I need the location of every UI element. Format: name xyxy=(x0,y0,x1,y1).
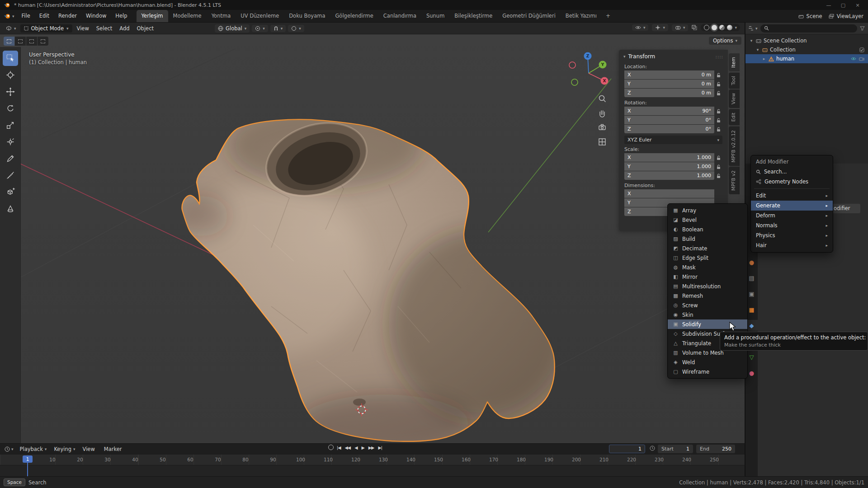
panel-grip-icon[interactable]: :::: xyxy=(716,54,723,59)
panel-collapse-icon[interactable]: ▾ xyxy=(623,54,626,59)
timeline-menu-item[interactable]: Marker xyxy=(100,446,127,452)
outliner-row-human[interactable]: ▸ human xyxy=(745,54,868,63)
scale-field[interactable]: X1.000 xyxy=(624,153,722,162)
transport-button[interactable]: ▶▶ xyxy=(368,445,374,450)
camera-view-control[interactable] xyxy=(599,125,605,130)
end-frame-field[interactable]: End250 xyxy=(696,445,735,453)
expand-icon[interactable]: ▸ xyxy=(762,56,766,61)
rendered-shading-button[interactable] xyxy=(727,25,732,30)
options-dropdown[interactable]: Options ▾ xyxy=(709,37,741,45)
viewport-menu-item[interactable]: View xyxy=(73,25,93,32)
lock-icon[interactable] xyxy=(714,91,722,96)
workspace-tab[interactable]: Gölgelendirme xyxy=(330,10,378,22)
lock-icon[interactable] xyxy=(714,118,722,123)
generate-menu-item[interactable]: ◈ Weld xyxy=(668,357,747,367)
chevron-down-icon[interactable]: ▾ xyxy=(735,25,737,30)
lock-icon[interactable] xyxy=(714,164,722,169)
workspace-tab[interactable]: Doku Boyama xyxy=(284,10,330,22)
n-panel-tab[interactable]: MPFB v2.0.12 xyxy=(729,127,740,166)
tool-annotate[interactable] xyxy=(3,151,18,166)
menu-item-search[interactable]: Search... xyxy=(751,167,833,177)
generate-menu-item[interactable]: ◧ Mirror xyxy=(668,272,747,282)
mesh-human[interactable] xyxy=(174,103,570,443)
menu-item-generate[interactable]: Generate ▸ xyxy=(751,201,833,211)
filter-icon[interactable] xyxy=(860,26,865,31)
transport-button[interactable]: ◀◀ xyxy=(345,445,351,450)
menu-item-deform[interactable]: Deform ▸ xyxy=(751,211,833,221)
visibility-dropdown[interactable]: ▾ xyxy=(632,24,649,31)
timeline-editor-type-button[interactable]: ▾ xyxy=(3,446,15,452)
rotation-field[interactable]: X90° xyxy=(624,107,722,116)
outliner-editor-type-button[interactable]: ▾ xyxy=(749,26,758,31)
viewport-menu-item[interactable]: Add xyxy=(116,25,133,32)
generate-menu-item[interactable]: ◉ Skin xyxy=(668,310,747,319)
viewport-menu-item[interactable]: Select xyxy=(93,25,116,32)
playhead-line[interactable] xyxy=(27,463,28,476)
lock-icon[interactable] xyxy=(714,109,722,114)
dimension-field[interactable]: X xyxy=(624,189,722,198)
viewlayer-selector[interactable]: ViewLayer xyxy=(837,13,863,19)
xray-toggle[interactable] xyxy=(692,25,697,30)
menu-item-geometry-nodes[interactable]: Geometry Nodes xyxy=(751,177,833,187)
navigation-gizmo[interactable]: Z Y X xyxy=(569,52,609,86)
expand-icon[interactable]: ▾ xyxy=(755,47,760,52)
generate-menu-item[interactable]: ◩ Decimate xyxy=(668,244,747,253)
outliner-search-input[interactable] xyxy=(760,24,857,33)
select-mode-subtract[interactable] xyxy=(26,37,37,46)
wireframe-shading-button[interactable] xyxy=(704,25,709,30)
workspace-tab[interactable]: Yontma xyxy=(207,10,236,22)
menubar-item[interactable]: Render xyxy=(54,10,81,22)
generate-menu-item[interactable]: ▦ Array xyxy=(668,206,747,215)
n-panel-tab[interactable]: MPFB v2 xyxy=(729,167,740,194)
mode-dropdown[interactable]: Object Mode ▾ xyxy=(20,24,72,33)
tool-move[interactable] xyxy=(3,84,18,99)
transport-button[interactable]: ▶ xyxy=(361,445,364,450)
scale-field[interactable]: Z1.000 xyxy=(624,171,722,180)
tool-extrude[interactable] xyxy=(3,201,18,216)
lock-icon[interactable] xyxy=(714,82,722,87)
camera-icon[interactable] xyxy=(859,56,864,61)
gizmo-neg-y[interactable] xyxy=(571,79,578,85)
tool-rotate[interactable] xyxy=(3,101,18,116)
outliner-row-collection[interactable]: ▾ Collection xyxy=(745,45,868,54)
scale-field[interactable]: Y1.000 xyxy=(624,162,722,171)
transform-orientation-dropdown[interactable]: Global ▾ xyxy=(215,24,250,33)
lock-icon[interactable] xyxy=(714,174,722,178)
n-panel-tab[interactable]: Tool xyxy=(729,72,740,89)
rotation-mode-dropdown[interactable]: XYZ Euler ▾ xyxy=(624,136,722,144)
checkbox-icon[interactable] xyxy=(859,47,864,52)
minimize-button[interactable]: — xyxy=(822,2,835,8)
generate-menu-item[interactable]: ◎ Screw xyxy=(668,300,747,310)
generate-menu-item[interactable]: ▩ Remesh xyxy=(668,291,747,300)
rotation-field[interactable]: Z0° xyxy=(624,125,722,134)
auto-keyframe-button[interactable] xyxy=(328,445,334,450)
select-mode-intersect[interactable] xyxy=(38,37,48,46)
menu-item-hair[interactable]: Hair ▸ xyxy=(751,240,833,250)
workspace-tab[interactable]: Canlandırma xyxy=(378,10,421,22)
pivot-point-dropdown[interactable]: ▾ xyxy=(252,25,268,32)
scene-selector[interactable]: Scene xyxy=(807,13,822,19)
location-field[interactable]: Z0 m xyxy=(624,89,722,98)
transport-button[interactable]: ◀ xyxy=(354,445,357,450)
n-panel-tab[interactable]: Item xyxy=(729,53,740,71)
tool-select-box[interactable] xyxy=(3,51,18,66)
menubar-item[interactable]: Help xyxy=(111,10,132,22)
workspace-tab[interactable]: Betik Yazımı xyxy=(561,10,602,22)
gizmo-neg-x[interactable] xyxy=(569,62,576,68)
tool-add-primitive[interactable] xyxy=(3,184,18,200)
editor-type-button[interactable]: ▾ xyxy=(3,25,19,31)
workspace-tab[interactable]: Yerleşim xyxy=(137,10,168,22)
workspace-tab[interactable]: Modelleme xyxy=(168,10,207,22)
lock-icon[interactable] xyxy=(714,127,722,132)
rotation-field[interactable]: Y0° xyxy=(624,116,722,125)
timeline-menu-item[interactable]: Keying▾ xyxy=(50,446,79,452)
timeline-menu-item[interactable]: Playback▾ xyxy=(16,446,51,452)
current-frame-field[interactable]: 1 xyxy=(609,445,645,453)
n-panel-tab[interactable]: Edit xyxy=(729,109,740,125)
proportional-editing-toggle[interactable]: ▾ xyxy=(288,25,304,32)
workspace-tab[interactable]: Sunum xyxy=(421,10,449,22)
generate-menu-item[interactable]: ▢ Wireframe xyxy=(668,367,747,376)
maximize-button[interactable]: ▢ xyxy=(836,2,850,8)
n-panel-tab[interactable]: View xyxy=(729,89,740,108)
overlays-dropdown[interactable]: ▾ xyxy=(672,24,689,31)
